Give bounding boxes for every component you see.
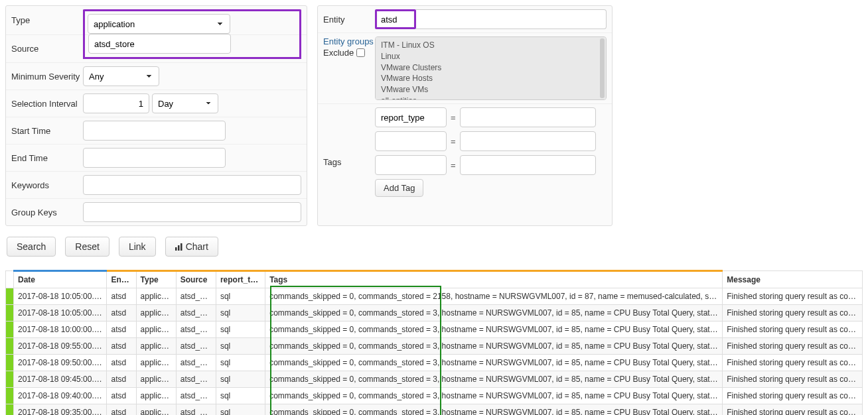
table-row[interactable]: 2017-08-18 09:40:00.027atsdapplicationat… (6, 388, 863, 404)
cell-date: 2017-08-18 09:50:00.035 (14, 355, 107, 371)
cell-message: Finished storing query result as command… (723, 322, 863, 338)
cell-type: application (136, 371, 176, 388)
entity-group-option[interactable]: Linux (381, 51, 601, 62)
results-table: Date Entity Type Source report_type Tags… (5, 270, 863, 415)
entity-group-option[interactable]: ITM - Linux OS (381, 40, 601, 51)
table-row[interactable]: 2017-08-18 10:05:00.373atsdapplicationat… (6, 288, 863, 305)
end-time-input[interactable] (83, 148, 226, 168)
table-row[interactable]: 2017-08-18 09:35:00.032atsdapplicationat… (6, 404, 863, 416)
entity-group-option[interactable]: VMware Hosts (381, 73, 601, 84)
bar-chart-icon (175, 243, 183, 251)
table-row[interactable]: 2017-08-18 09:50:00.035atsdapplicationat… (6, 355, 863, 371)
th-date[interactable]: Date (14, 271, 107, 288)
th-tags[interactable]: Tags (265, 271, 723, 288)
table-row[interactable]: 2017-08-18 10:05:00.051atsdapplicationat… (6, 305, 863, 322)
entity-groups-listbox[interactable]: ITM - Linux OSLinuxVMware ClustersVMware… (375, 36, 607, 100)
groupkeys-input[interactable] (83, 202, 301, 222)
cell-type: application (136, 404, 176, 416)
entity-group-option[interactable]: all-entities (381, 95, 601, 100)
tag-value-input[interactable] (460, 155, 596, 175)
table-row[interactable]: 2017-08-18 09:55:00.036atsdapplicationat… (6, 338, 863, 355)
cell-entity: atsd (107, 404, 136, 416)
interval-unit-select[interactable]: Day (152, 93, 218, 113)
cell-tags: commands_skipped = 0, commands_stored = … (265, 404, 723, 416)
results-wrapper: Date Entity Type Source report_type Tags… (5, 270, 863, 415)
th-report-type[interactable]: report_type (216, 271, 265, 288)
label-end: End Time (11, 153, 83, 163)
type-select[interactable]: application (88, 14, 230, 34)
label-source: Source (11, 44, 83, 54)
cell-report-type: sql (216, 288, 265, 305)
cell-tags: commands_skipped = 0, commands_stored = … (265, 371, 723, 388)
scrollbar[interactable] (600, 38, 605, 98)
status-cell (6, 355, 14, 371)
th-status[interactable] (6, 271, 14, 288)
cell-tags: commands_skipped = 0, commands_stored = … (265, 305, 723, 322)
cell-source: atsd_store (176, 404, 216, 416)
severity-select[interactable]: Any (83, 66, 159, 86)
entity-group-option[interactable]: VMware Clusters (381, 62, 601, 74)
keywords-input[interactable] (83, 175, 301, 195)
table-row[interactable]: 2017-08-18 09:45:00.047atsdapplicationat… (6, 371, 863, 388)
cell-entity: atsd (107, 338, 136, 355)
interval-count-input[interactable] (83, 93, 149, 113)
cell-entity: atsd (107, 288, 136, 305)
entity-group-option[interactable]: VMware VMs (381, 84, 601, 95)
start-time-input[interactable] (83, 121, 226, 141)
cell-message: Finished storing query result as command… (723, 371, 863, 388)
cell-source: atsd_store (176, 371, 216, 388)
tag-row: = (375, 155, 607, 175)
tag-value-input[interactable] (460, 131, 596, 151)
cell-tags: commands_skipped = 0, commands_stored = … (265, 338, 723, 355)
cell-entity: atsd (107, 371, 136, 388)
cell-report-type: sql (216, 355, 265, 371)
source-input[interactable] (88, 34, 231, 54)
entity-groups-link[interactable]: Entity groups (323, 36, 375, 46)
tag-key-input[interactable] (375, 131, 447, 151)
label-type: Type (11, 15, 83, 25)
tag-key-input[interactable] (375, 107, 447, 127)
th-message[interactable]: Message (723, 271, 863, 288)
tag-key-input[interactable] (375, 155, 447, 175)
th-type[interactable]: Type (136, 271, 176, 288)
tag-row: = (375, 131, 607, 151)
cell-message: Finished storing query result as command… (723, 305, 863, 322)
cell-tags: commands_skipped = 0, commands_stored = … (265, 388, 723, 404)
chart-button[interactable]: Chart (165, 237, 218, 257)
equals-sign: = (451, 160, 456, 170)
label-start: Start Time (11, 126, 83, 136)
cell-report-type: sql (216, 305, 265, 322)
search-button[interactable]: Search (7, 237, 56, 257)
link-button[interactable]: Link (119, 237, 156, 257)
cell-tags: commands_skipped = 0, commands_stored = … (265, 322, 723, 338)
reset-button[interactable]: Reset (65, 237, 109, 257)
svg-rect-2 (181, 243, 182, 251)
cell-report-type: sql (216, 338, 265, 355)
exclude-checkbox[interactable] (356, 48, 365, 57)
table-header-row: Date Entity Type Source report_type Tags… (6, 271, 863, 288)
entity-input-highlighted[interactable] (378, 11, 413, 27)
row-keywords: Keywords (6, 172, 307, 199)
cell-type: application (136, 305, 176, 322)
add-tag-button[interactable]: Add Tag (375, 179, 423, 197)
svg-rect-0 (175, 247, 177, 251)
entity-input[interactable] (416, 9, 607, 29)
cell-entity: atsd (107, 355, 136, 371)
cell-source: atsd_store (176, 338, 216, 355)
cell-tags: commands_skipped = 0, commands_stored = … (265, 355, 723, 371)
th-entity[interactable]: Entity (107, 271, 136, 288)
table-row[interactable]: 2017-08-18 10:00:00.035atsdapplicationat… (6, 322, 863, 338)
action-buttons: Search Reset Link Chart (5, 237, 863, 257)
th-source[interactable]: Source (176, 271, 216, 288)
label-keywords: Keywords (11, 180, 83, 190)
row-entity: Entity (318, 6, 612, 33)
cell-type: application (136, 322, 176, 338)
row-source: Source (6, 34, 307, 63)
cell-report-type: sql (216, 404, 265, 416)
row-start: Start Time (6, 117, 307, 145)
row-interval: Selection Interval Day (6, 90, 307, 117)
cell-message: Finished storing query result as command… (723, 388, 863, 404)
tag-value-input[interactable] (460, 107, 596, 127)
cell-source: atsd_store (176, 305, 216, 322)
row-groupkeys: Group Keys (6, 199, 307, 225)
